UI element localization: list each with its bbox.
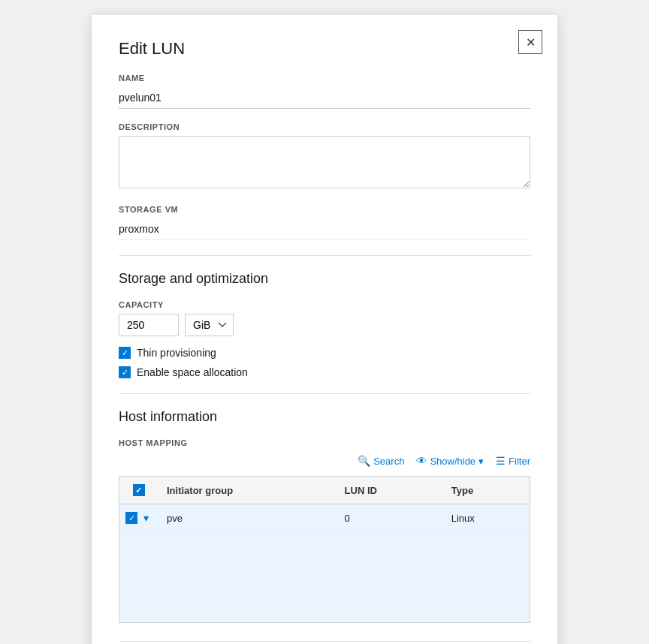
search-button[interactable]: 🔍 Search (358, 452, 404, 470)
storage-section-title: Storage and optimization (119, 271, 530, 287)
section-divider-2 (119, 393, 530, 394)
eye-icon: 👁 (416, 455, 427, 467)
table-row: ✓ ▾ pve 0 Linux (119, 504, 530, 532)
table-empty-space (119, 532, 530, 622)
td-initiator-group: pve (158, 504, 336, 532)
filter-label: Filter (509, 456, 530, 467)
host-info-title: Host information (119, 409, 530, 425)
footer: Save Cancel A Save to Ansible playbook (119, 641, 530, 644)
th-type: Type (442, 477, 530, 504)
row-checkbox[interactable]: ✓ (125, 512, 137, 524)
capacity-label: CAPACITY (119, 300, 530, 309)
thin-provisioning-label[interactable]: Thin provisioning (137, 347, 216, 359)
description-field-group: DESCRIPTION (119, 122, 530, 191)
search-label: Search (373, 456, 404, 467)
td-type: Linux (442, 504, 530, 532)
name-input[interactable] (119, 87, 530, 109)
filter-button[interactable]: ☰ Filter (496, 452, 530, 470)
storage-vm-value: proxmox (119, 218, 530, 240)
unit-select[interactable]: KiB MiB GiB TiB (185, 314, 234, 336)
th-initiator-group: Initiator group (158, 477, 336, 504)
show-hide-label: Show/hide (430, 456, 475, 467)
chevron-down-icon: ▾ (478, 456, 484, 467)
thin-provisioning-check-icon: ✓ (122, 349, 128, 357)
name-label: NAME (119, 74, 530, 83)
td-lun-id: 0 (336, 504, 442, 532)
enable-space-label[interactable]: Enable space allocation (137, 366, 248, 378)
storage-vm-field-group: STORAGE VM proxmox (119, 205, 530, 240)
host-mapping-label: HOST MAPPING (119, 438, 530, 447)
filter-icon: ☰ (496, 455, 506, 467)
close-button[interactable]: ✕ (518, 30, 542, 54)
host-mapping-table: ✓ Initiator group LUN ID Type ✓ (119, 477, 530, 622)
name-field-group: NAME (119, 74, 530, 109)
description-input[interactable] (119, 136, 530, 188)
capacity-row: KiB MiB GiB TiB (119, 314, 530, 336)
th-select-all[interactable]: ✓ (119, 477, 158, 504)
td-row-select: ✓ ▾ (119, 504, 158, 532)
enable-space-checkbox[interactable]: ✓ (119, 366, 131, 378)
search-icon: 🔍 (358, 455, 370, 467)
show-hide-button[interactable]: 👁 Show/hide ▾ (416, 452, 484, 470)
edit-lun-modal: Edit LUN ✕ NAME DESCRIPTION STORAGE VM p… (92, 15, 557, 644)
host-mapping-table-container: ✓ Initiator group LUN ID Type ✓ (119, 476, 530, 623)
enable-space-row: ✓ Enable space allocation (119, 366, 530, 378)
select-all-checkbox[interactable]: ✓ (133, 484, 145, 496)
thin-provisioning-row: ✓ Thin provisioning (119, 347, 530, 359)
select-all-check-icon: ✓ (135, 486, 142, 495)
row-expand-button[interactable]: ▾ (140, 512, 152, 524)
section-divider-1 (119, 255, 530, 256)
modal-title: Edit LUN (119, 39, 530, 59)
description-label: DESCRIPTION (119, 122, 530, 131)
capacity-input[interactable] (119, 314, 179, 336)
table-header-row: ✓ Initiator group LUN ID Type (119, 477, 530, 504)
storage-vm-label: STORAGE VM (119, 205, 530, 214)
table-toolbar: 🔍 Search 👁 Show/hide ▾ ☰ Filter (119, 452, 530, 470)
host-info-section: Host information HOST MAPPING 🔍 Search 👁… (119, 409, 530, 623)
enable-space-check-icon: ✓ (122, 369, 128, 377)
th-lun-id: LUN ID (336, 477, 442, 504)
row-check-icon: ✓ (128, 514, 135, 522)
thin-provisioning-checkbox[interactable]: ✓ (119, 347, 131, 359)
